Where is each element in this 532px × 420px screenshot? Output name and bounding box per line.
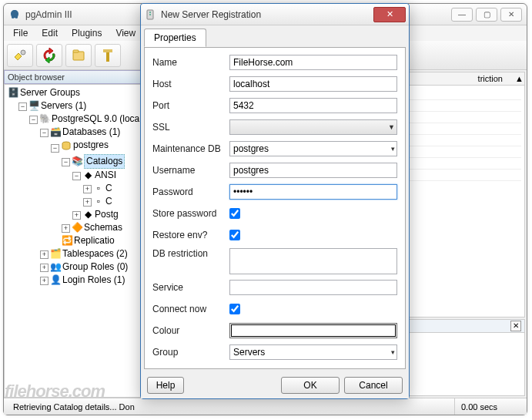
- tree-group-roles[interactable]: 👥Group Roles (0): [50, 260, 128, 274]
- ok-button[interactable]: OK: [281, 377, 340, 394]
- schemas-icon: 🔶: [72, 222, 82, 233]
- connectnow-checkbox[interactable]: [229, 304, 240, 314]
- object-tree[interactable]: 🗄️ Server Groups −🖥️Servers (1) −🐘Postgr…: [4, 84, 143, 398]
- user-icon: 👤: [50, 274, 61, 285]
- tool-icon[interactable]: [95, 44, 121, 67]
- menu-edit[interactable]: Edit: [35, 26, 64, 40]
- minimize-button[interactable]: —: [451, 8, 473, 22]
- expander-icon[interactable]: −: [29, 116, 38, 124]
- scroll-up-icon[interactable]: ▲: [509, 74, 521, 83]
- expander-icon[interactable]: +: [62, 224, 70, 233]
- svg-point-7: [149, 12, 151, 13]
- expander-icon[interactable]: +: [40, 250, 49, 259]
- group-icon: 👥: [50, 261, 61, 272]
- cancel-button[interactable]: Cancel: [344, 377, 403, 394]
- tree-replication[interactable]: 🔁Replicatio: [62, 234, 115, 247]
- tree-login-roles[interactable]: 👤Login Roles (1): [50, 274, 125, 287]
- tree-server-groups[interactable]: 🗄️ Server Groups: [8, 86, 80, 99]
- svg-rect-1: [73, 52, 84, 60]
- tree-catalogs[interactable]: 📚Catalogs: [72, 154, 125, 169]
- maximize-button[interactable]: ▢: [476, 8, 497, 22]
- new-server-dialog: New Server Registration ✕ Properties Nam…: [140, 3, 410, 399]
- close-button[interactable]: ✕: [500, 8, 522, 22]
- catalog-icon: 📚: [72, 156, 82, 166]
- connect-icon[interactable]: [7, 44, 33, 67]
- password-input[interactable]: [229, 184, 397, 200]
- tree-tablespaces[interactable]: 🗂️Tablespaces (2): [50, 247, 128, 260]
- name-label: Name: [152, 57, 229, 68]
- schema-icon: ◆: [82, 170, 93, 180]
- username-label: Username: [152, 165, 229, 176]
- dbrestrict-label: DB restriction: [152, 248, 229, 259]
- refresh-icon[interactable]: [36, 44, 62, 67]
- ssl-select[interactable]: ▼: [229, 119, 397, 135]
- dialog-title: New Server Registration: [161, 9, 373, 20]
- expander-icon[interactable]: +: [83, 185, 92, 193]
- maintdb-select[interactable]: postgres▾: [229, 141, 397, 156]
- colour-picker[interactable]: [229, 323, 397, 338]
- svg-point-8: [149, 14, 151, 15]
- connectnow-label: Connect now: [152, 304, 229, 314]
- restoreenv-checkbox[interactable]: [229, 230, 240, 240]
- tree-schemas[interactable]: 🔶Schemas: [72, 221, 122, 234]
- dialog-close-button[interactable]: ✕: [373, 7, 406, 22]
- tree-pg-catalog[interactable]: ◆Postg: [82, 208, 119, 221]
- status-message: Retrieving Catalog details... Don: [7, 398, 150, 415]
- status-timing: 0.00 secs: [454, 398, 524, 415]
- dialog-body: Name Host Port SSL ▼ Maintenance DB post…: [144, 47, 406, 369]
- menu-plugins[interactable]: Plugins: [65, 26, 108, 40]
- object-browser-panel: Object browser 🗄️ Server Groups −🖥️Serve…: [4, 70, 144, 398]
- statusbar: Retrieving Catalog details... Don 0.00 s…: [4, 398, 527, 415]
- expander-icon[interactable]: −: [18, 102, 27, 111]
- tree-ansi-c2[interactable]: ▫C: [93, 195, 112, 208]
- replication-icon: 🔁: [62, 235, 72, 246]
- expander-icon[interactable]: +: [72, 211, 81, 220]
- tree-db-postgres[interactable]: postgres: [61, 139, 109, 152]
- tree-servers[interactable]: 🖥️Servers (1): [28, 99, 86, 113]
- expander-icon[interactable]: +: [83, 198, 92, 207]
- properties-icon[interactable]: [65, 44, 92, 67]
- tree-databases[interactable]: 🗃️Databases (1): [50, 126, 120, 139]
- username-input[interactable]: [229, 163, 397, 178]
- svg-rect-2: [73, 50, 79, 52]
- dbrestrict-input[interactable]: [229, 248, 397, 274]
- sql-panel-close-icon[interactable]: ✕: [510, 321, 521, 331]
- chevron-down-icon: ▼: [388, 123, 395, 131]
- tree-ansi[interactable]: ◆ANSI: [82, 169, 116, 182]
- svg-rect-4: [103, 49, 112, 52]
- col-restriction: triction: [472, 74, 509, 83]
- group-select[interactable]: Servers▾: [229, 344, 397, 360]
- port-label: Port: [152, 100, 229, 111]
- app-icon: [8, 8, 21, 21]
- server-groups-icon: 🗄️: [8, 88, 18, 99]
- expander-icon[interactable]: −: [62, 158, 70, 166]
- svg-point-0: [21, 50, 25, 55]
- group-label: Group: [152, 347, 229, 358]
- tree-ansi-c1[interactable]: ▫C: [93, 182, 112, 195]
- restoreenv-label: Restore env?: [152, 230, 229, 240]
- menu-file[interactable]: File: [7, 26, 34, 40]
- storepw-label: Store password: [152, 208, 229, 219]
- port-input[interactable]: [229, 98, 397, 113]
- chevron-down-icon: ▾: [391, 348, 395, 356]
- tree-pg-server[interactable]: 🐘PostgreSQL 9.0 (loca: [39, 113, 139, 126]
- service-input[interactable]: [229, 280, 397, 295]
- expander-icon[interactable]: −: [40, 129, 49, 137]
- elephant-icon: 🐘: [39, 114, 50, 125]
- tab-properties[interactable]: Properties: [144, 29, 206, 47]
- colour-label: Colour: [152, 325, 229, 336]
- name-input[interactable]: [229, 55, 397, 70]
- dialog-icon: [144, 9, 156, 20]
- help-button[interactable]: Help: [147, 377, 184, 394]
- expander-icon[interactable]: −: [72, 172, 81, 180]
- expander-icon[interactable]: +: [40, 264, 49, 272]
- host-label: Host: [152, 79, 229, 89]
- storepw-checkbox[interactable]: [229, 208, 240, 219]
- database-icon: [61, 140, 72, 151]
- ssl-label: SSL: [152, 122, 229, 133]
- menu-view[interactable]: View: [109, 26, 142, 40]
- dialog-titlebar[interactable]: New Server Registration ✕: [141, 4, 409, 25]
- expander-icon[interactable]: −: [51, 144, 59, 153]
- expander-icon[interactable]: +: [40, 277, 49, 285]
- host-input[interactable]: [229, 76, 397, 92]
